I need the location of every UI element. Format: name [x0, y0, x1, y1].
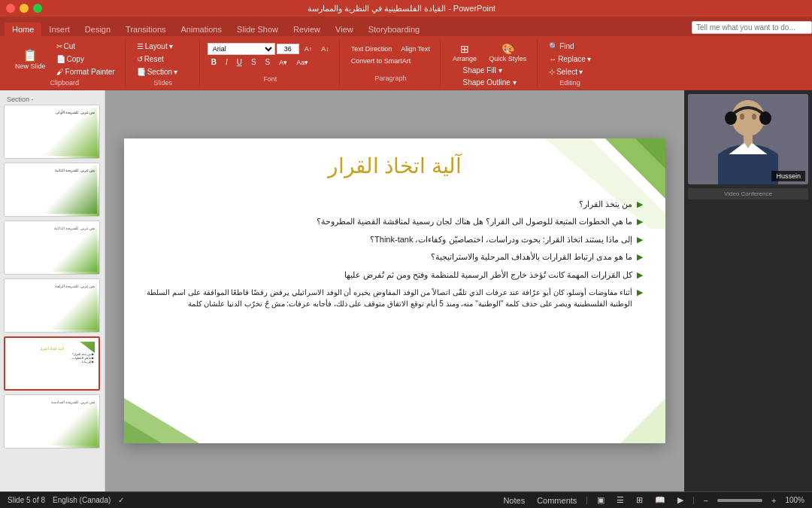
bullet-item-1: ▶ من يتخذ القرار؟ [147, 199, 643, 210]
tab-review[interactable]: Review [286, 23, 328, 36]
zoom-in-button[interactable]: + [768, 495, 779, 506]
ribbon-group-drawing: ⊞ Arrange 🎨 Quick Styles Shape Fill ▾ Sh… [442, 39, 538, 87]
svg-point-10 [725, 111, 737, 125]
tab-insert[interactable]: Insert [41, 23, 77, 36]
status-icon-1: ✓ [118, 496, 124, 504]
tab-view[interactable]: View [328, 23, 361, 36]
new-slide-button[interactable]: 📋 New Slide [11, 46, 50, 72]
font-color-button[interactable]: A▾ [275, 57, 291, 68]
new-slide-icon: 📋 [23, 48, 38, 62]
cut-button[interactable]: ✂ Cut [53, 41, 119, 52]
font-grow-button[interactable]: A↑ [301, 44, 317, 54]
reset-button[interactable]: ↺ Reset [133, 53, 193, 65]
copy-button[interactable]: 📄 Copy [53, 53, 119, 65]
bullet-text-5: كل القرارات المهمة كانت تُؤخذ خارج الأطر… [344, 269, 632, 281]
tab-transitions[interactable]: Transitions [118, 23, 173, 36]
normal-view-button[interactable]: ▣ [594, 494, 607, 506]
slide-thumb-2[interactable]: نص عربي للشريحة الثانية [4, 163, 100, 217]
title-bar: القيادة الفلسطينية في النظرية والممارسة … [0, 0, 812, 17]
tab-storyboarding[interactable]: Storyboarding [361, 23, 428, 36]
notes-button[interactable]: Notes [500, 495, 528, 506]
paragraph-label: Paragraph [374, 75, 406, 82]
language: English (Canada) [53, 496, 111, 504]
svg-point-12 [740, 114, 744, 120]
shape-outline-button[interactable]: Shape Outline ▾ [459, 77, 520, 88]
shadow-button[interactable]: S [262, 56, 274, 68]
font-size-input-2[interactable]: Aa▾ [292, 57, 312, 68]
ribbon-group-clipboard: 📋 New Slide ✂ Cut 📄 Copy 🖌 Format Painte… [5, 39, 126, 87]
video-name: Hussein [771, 171, 805, 181]
zoom-slider[interactable] [717, 499, 762, 502]
find-button[interactable]: 🔍 Find [545, 41, 595, 52]
text-direction-button[interactable]: Text Direction [347, 44, 396, 54]
slide-thumb-1[interactable]: نص عربي للشريحة الأولى [4, 105, 100, 159]
slide-area: آلية اتخاذ القرار ▶ من يتخذ القرار؟ ▶ ما… [105, 90, 684, 491]
convert-smartart-button[interactable]: Convert to SmartArt [347, 56, 415, 66]
slide-number: Slide 5 of 8 [8, 496, 45, 504]
ribbon-body: 📋 New Slide ✂ Cut 📄 Copy 🖌 Format Painte… [0, 36, 812, 90]
align-text-button[interactable]: Align Text [397, 44, 434, 54]
bullet-arrow-4: ▶ [637, 252, 643, 262]
layout-button[interactable]: ☰ Layout ▾ [133, 41, 193, 52]
font-label: Font [263, 75, 277, 83]
window-controls[interactable] [6, 4, 42, 13]
window-title: القيادة الفلسطينية في النظرية والممارسة … [308, 4, 495, 14]
zoom-level: 100% [785, 496, 804, 504]
quick-styles-button[interactable]: 🎨 Quick Styles [484, 41, 531, 65]
slide-thumb-6[interactable]: نص عربي للشريحة السادسة [4, 394, 100, 449]
zoom-out-button[interactable]: − [701, 495, 711, 506]
slide-thumb-4[interactable]: نص عربي للشريحة الرابعة [4, 278, 100, 333]
tab-home[interactable]: Home [5, 23, 41, 36]
bullet-item-4: ▶ ما هو مدى ارتباط القرارات بالأهداف الم… [147, 251, 643, 263]
status-bar: Slide 5 of 8 English (Canada) ✓ Notes Co… [0, 491, 812, 508]
bullet-text-6: أثناء مفاوضات أوسلو، كان أبو عرّافة عند … [147, 287, 632, 309]
editing-label: Editing [559, 79, 580, 87]
underline-button[interactable]: U [233, 56, 246, 68]
bullet-arrow-6: ▶ [637, 287, 643, 297]
tab-slideshow[interactable]: Slide Show [229, 23, 286, 36]
strikethrough-button[interactable]: S [247, 56, 260, 68]
reading-view-button[interactable]: 📖 [652, 494, 668, 506]
slide-sorter-button[interactable]: ⊞ [633, 494, 646, 506]
font-name-select[interactable]: Arial [208, 43, 275, 55]
ribbon-group-slides: ☰ Layout ▾ ↺ Reset 📑 Section ▾ Slides [127, 39, 200, 87]
slide-thumb-3[interactable]: نص عربي للشريحة الثالثة [4, 221, 100, 275]
shape-fill-button[interactable]: Shape Fill ▾ [459, 65, 520, 76]
ribbon-group-font: Arial A↑ A↓ B I U S S A▾ Aa▾ Font [201, 39, 340, 87]
outline-view-button[interactable]: ☰ [614, 494, 627, 506]
bullet-arrow-2: ▶ [637, 217, 643, 227]
tab-animations[interactable]: Animations [174, 23, 229, 36]
bullet-item-5: ▶ كل القرارات المهمة كانت تُؤخذ خارج الأ… [147, 269, 643, 281]
ribbon-search-input[interactable] [692, 21, 812, 34]
replace-button[interactable]: ↔ Replace ▾ [545, 53, 595, 65]
select-button[interactable]: ⊹ Select ▾ [545, 66, 595, 78]
ribbon-group-editing: 🔍 Find ↔ Replace ▾ ⊹ Select ▾ Editing [539, 39, 601, 87]
italic-button[interactable]: I [222, 56, 232, 68]
font-shrink-button[interactable]: A↓ [317, 44, 333, 54]
comments-button[interactable]: Comments [534, 495, 580, 506]
close-btn[interactable] [6, 4, 15, 13]
bullet-arrow-1: ▶ [637, 199, 643, 209]
bullet-text-1: من يتخذ القرار؟ [579, 199, 632, 210]
format-painter-button[interactable]: 🖌 Format Painter [53, 66, 119, 78]
tab-design[interactable]: Design [77, 23, 118, 36]
current-slide[interactable]: آلية اتخاذ القرار ▶ من يتخذ القرار؟ ▶ ما… [124, 138, 665, 443]
bullet-text-4: ما هو مدى ارتباط القرارات بالأهداف المرح… [431, 251, 632, 263]
slide-thumb-5[interactable]: آلية اتخاذ القرار ▶ من يتخذ القرار؟ ▶ ما… [4, 336, 100, 391]
bullet-item-3: ▶ إلى ماذا يستند اتخاذ القرار: بحوث ودرا… [147, 234, 643, 245]
arrange-button[interactable]: ⊞ Arrange [448, 41, 481, 65]
slide-title: آلية اتخاذ القرار [124, 154, 665, 178]
ribbon: Home Insert Design Transitions Animation… [0, 17, 812, 90]
section-button[interactable]: 📑 Section ▾ [133, 66, 193, 78]
svg-point-13 [752, 114, 756, 120]
main-area: Section - نص عربي للشريحة الأولى نص عربي… [0, 90, 812, 491]
bullet-text-3: إلى ماذا يستند اتخاذ القرار: بحوث ودراسا… [370, 234, 632, 245]
ribbon-tab-bar: Home Insert Design Transitions Animation… [0, 17, 812, 36]
slideshow-button[interactable]: ▶ [674, 494, 686, 506]
maximize-btn[interactable] [33, 4, 42, 13]
video-placeholder: Video Conference [690, 190, 806, 197]
bullet-item-2: ▶ ما هي الخطوات المتبعة للوصول الى القرا… [147, 216, 643, 227]
font-size-input[interactable] [277, 44, 299, 54]
minimize-btn[interactable] [20, 4, 29, 13]
bold-button[interactable]: B [208, 56, 220, 68]
